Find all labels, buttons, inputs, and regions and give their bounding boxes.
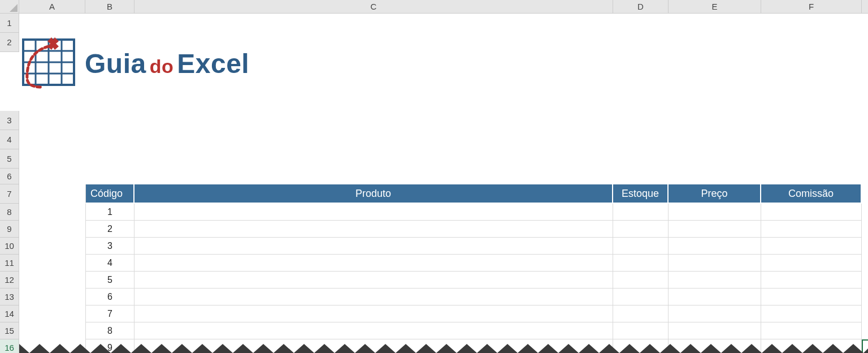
row-header-8[interactable]: 8 xyxy=(0,204,19,221)
table-header-produto[interactable]: Produto xyxy=(134,184,613,204)
col-header-D[interactable]: D xyxy=(613,0,669,14)
table-cell-produto[interactable] xyxy=(134,322,613,339)
table-cell-produto[interactable] xyxy=(134,221,613,238)
table-cell-preco[interactable] xyxy=(669,255,761,272)
table-cell-codigo[interactable]: 2 xyxy=(85,221,134,238)
row-header-3[interactable]: 3 xyxy=(0,111,19,130)
table-cell-produto[interactable] xyxy=(134,272,613,289)
row-header-14[interactable]: 14 xyxy=(0,305,19,322)
cell[interactable] xyxy=(862,272,868,289)
cell[interactable] xyxy=(19,339,85,353)
table-cell-estoque[interactable] xyxy=(613,238,669,255)
row-header-9[interactable]: 9 xyxy=(0,221,19,238)
table-cell-estoque[interactable] xyxy=(613,289,669,305)
table-cell-produto[interactable] xyxy=(134,305,613,322)
table-cell-preco[interactable] xyxy=(669,305,761,322)
active-cell[interactable] xyxy=(862,339,868,353)
col-header-C[interactable]: C xyxy=(134,0,613,14)
cell[interactable] xyxy=(862,289,868,305)
cell[interactable] xyxy=(19,322,85,339)
cell[interactable] xyxy=(19,130,868,149)
cell[interactable] xyxy=(19,255,85,272)
table-cell-comissao[interactable] xyxy=(761,322,862,339)
table-cell-produto[interactable] xyxy=(134,204,613,221)
table-cell-estoque[interactable] xyxy=(613,339,669,353)
col-header-A[interactable]: A xyxy=(19,0,85,14)
col-header-extra[interactable] xyxy=(862,0,868,14)
table-cell-preco[interactable] xyxy=(669,272,761,289)
row-header-15[interactable]: 15 xyxy=(0,322,19,339)
row-header-1[interactable]: 1 xyxy=(0,14,19,33)
cell[interactable] xyxy=(862,184,868,204)
cell[interactable] xyxy=(862,238,868,255)
row-header-11[interactable]: 11 xyxy=(0,255,19,272)
table-cell-produto[interactable] xyxy=(134,255,613,272)
cell[interactable] xyxy=(19,221,85,238)
row-header-2[interactable]: 2 xyxy=(0,33,19,52)
row-header-4[interactable]: 4 xyxy=(0,130,19,149)
table-header-preco[interactable]: Preço xyxy=(669,184,761,204)
cell[interactable] xyxy=(862,305,868,322)
table-cell-estoque[interactable] xyxy=(613,255,669,272)
col-header-B[interactable]: B xyxy=(85,0,134,14)
select-all-corner[interactable] xyxy=(0,0,19,14)
row-header-13[interactable]: 13 xyxy=(0,289,19,305)
table-cell-estoque[interactable] xyxy=(613,272,669,289)
cell[interactable] xyxy=(19,238,85,255)
table-cell-codigo[interactable]: 8 xyxy=(85,322,134,339)
table-header-estoque[interactable]: Estoque xyxy=(613,184,669,204)
table-cell-estoque[interactable] xyxy=(613,322,669,339)
table-cell-codigo[interactable]: 6 xyxy=(85,289,134,305)
row-header-7[interactable]: 7 xyxy=(0,184,19,204)
table-header-comissao[interactable]: Comissão xyxy=(761,184,862,204)
cell[interactable] xyxy=(19,169,868,184)
table-cell-comissao[interactable] xyxy=(761,204,862,221)
table-cell-preco[interactable] xyxy=(669,204,761,221)
cell[interactable] xyxy=(862,204,868,221)
table-cell-produto[interactable] xyxy=(134,289,613,305)
table-cell-comissao[interactable] xyxy=(761,221,862,238)
row-header-6[interactable]: 6 xyxy=(0,169,19,184)
table-cell-comissao[interactable] xyxy=(761,289,862,305)
table-cell-codigo[interactable]: 5 xyxy=(85,272,134,289)
row-header-16[interactable]: 16 xyxy=(0,339,19,353)
table-cell-codigo[interactable]: 7 xyxy=(85,305,134,322)
col-header-E[interactable]: E xyxy=(669,0,761,14)
table-cell-comissao[interactable] xyxy=(761,339,862,353)
cell[interactable] xyxy=(19,272,85,289)
cell[interactable] xyxy=(19,289,85,305)
table-cell-estoque[interactable] xyxy=(613,305,669,322)
table-cell-codigo[interactable]: 3 xyxy=(85,238,134,255)
table-cell-codigo[interactable]: 1 xyxy=(85,204,134,221)
cell[interactable] xyxy=(19,149,868,169)
row-header-12[interactable]: 12 xyxy=(0,272,19,289)
table-cell-comissao[interactable] xyxy=(761,272,862,289)
cell[interactable] xyxy=(19,204,85,221)
table-cell-estoque[interactable] xyxy=(613,221,669,238)
table-cell-preco[interactable] xyxy=(669,221,761,238)
table-cell-comissao[interactable] xyxy=(761,255,862,272)
row-header-5[interactable]: 5 xyxy=(0,149,19,169)
cell[interactable] xyxy=(19,92,868,111)
table-cell-codigo[interactable]: 9 xyxy=(85,339,134,353)
row-header-10[interactable]: 10 xyxy=(0,238,19,255)
col-header-F[interactable]: F xyxy=(761,0,862,14)
table-cell-produto[interactable] xyxy=(134,238,613,255)
table-cell-estoque[interactable] xyxy=(613,204,669,221)
table-cell-produto[interactable] xyxy=(134,339,613,353)
cell[interactable] xyxy=(862,221,868,238)
cell[interactable] xyxy=(19,305,85,322)
table-cell-comissao[interactable] xyxy=(761,238,862,255)
cell[interactable] xyxy=(19,111,868,130)
table-cell-preco[interactable] xyxy=(669,289,761,305)
table-cell-preco[interactable] xyxy=(669,339,761,353)
cell[interactable] xyxy=(19,14,868,33)
table-cell-preco[interactable] xyxy=(669,322,761,339)
table-header-codigo[interactable]: Código xyxy=(85,184,134,204)
table-cell-codigo[interactable]: 4 xyxy=(85,255,134,272)
cell[interactable] xyxy=(862,322,868,339)
cell[interactable] xyxy=(862,255,868,272)
table-cell-comissao[interactable] xyxy=(761,305,862,322)
table-cell-preco[interactable] xyxy=(669,238,761,255)
cell[interactable] xyxy=(19,184,85,204)
